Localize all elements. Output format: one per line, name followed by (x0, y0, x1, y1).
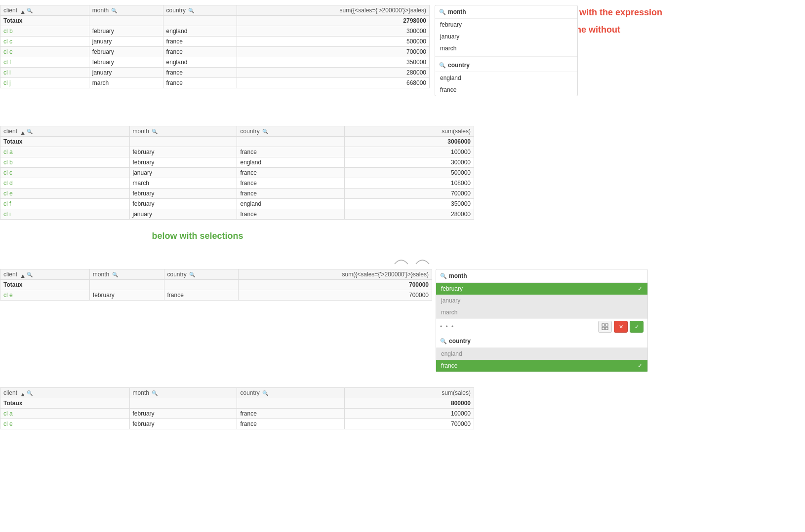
table-row: cl ijanuaryfrance280000 (0, 209, 474, 220)
cell-client: cl d (0, 178, 130, 189)
cell-value: 700000 (237, 47, 430, 57)
table1-totaux-row: Totaux 2798000 (0, 16, 430, 26)
table-row: cl dmarchfrance108000 (0, 178, 474, 189)
table1-col-value: sum({<sales={'>200000'}>}sales) (237, 5, 430, 16)
svg-rect-0 (602, 324, 604, 326)
table4-col-value: sum(sales) (345, 388, 474, 398)
cancel-selection-btn[interactable]: ✕ (614, 321, 628, 333)
cell-month: january (89, 37, 163, 47)
table3-container: client ▲ 🔍 month 🔍 country 🔍 sum({<sales… (0, 269, 432, 301)
search-icon[interactable]: 🔍 (152, 129, 158, 134)
cell-month: january (89, 68, 163, 78)
cell-country: france (237, 209, 345, 220)
table4-container: client ▲ 🔍 month 🔍 country 🔍 sum(sales) (0, 387, 474, 429)
search-icon[interactable]: 🔍 (111, 8, 117, 13)
filter-item[interactable]: france (435, 84, 577, 96)
table1-col-client[interactable]: client ▲ 🔍 (0, 5, 89, 16)
table-row: cl cjanuaryfrance500000 (0, 37, 430, 47)
search-icon[interactable]: 🔍 (27, 8, 33, 13)
filter-panel-month-1: 🔍 month februaryjanuarymarch 🔍 country e… (435, 5, 578, 96)
table1-totaux-label: Totaux (0, 16, 89, 26)
table4-totaux-row: Totaux 800000 (0, 398, 474, 409)
filter-item[interactable]: march (436, 306, 647, 318)
search-icon[interactable]: 🔍 (262, 390, 268, 396)
table-row: cl efebruaryfrance700000 (0, 47, 430, 57)
filter-item[interactable]: march (435, 42, 577, 54)
cell-client: cl c (0, 168, 130, 178)
search-icon[interactable]: 🔍 (189, 272, 195, 277)
filter3-action-bar: • • • ✕ ✓ (436, 318, 647, 335)
table1: client ▲ 🔍 month 🔍 country 🔍 sum({<sales… (0, 5, 430, 88)
filter-item[interactable]: february (436, 283, 647, 295)
cell-country: france (237, 419, 345, 429)
cell-month: february (89, 57, 163, 68)
cell-value: 350000 (237, 57, 430, 68)
sort-icon: ▲ (20, 391, 24, 396)
cell-country: france (163, 37, 237, 47)
table3-col-value: sum({<sales={'>200000'}>}sales) (239, 269, 432, 280)
filter-month3-header: 🔍 month (436, 269, 647, 283)
cell-client: cl b (0, 157, 130, 168)
table2-totaux-label: Totaux (0, 137, 130, 147)
confirm-selection-btn[interactable]: ✓ (630, 321, 644, 333)
cell-month: february (89, 26, 163, 37)
filter-item[interactable]: france (436, 360, 647, 372)
table3-col-client[interactable]: client ▲ 🔍 (0, 269, 90, 280)
cell-country: england (237, 199, 345, 209)
cell-month: march (89, 78, 163, 88)
table2-col-value: sum(sales) (345, 126, 474, 137)
table4-col-country[interactable]: country 🔍 (237, 388, 345, 398)
search-icon: 🔍 (440, 338, 447, 344)
table1-container: client ▲ 🔍 month 🔍 country 🔍 sum({<sales… (0, 5, 430, 88)
filter-item[interactable]: january (436, 295, 647, 306)
search-icon[interactable]: 🔍 (152, 390, 158, 396)
filter-item[interactable]: january (435, 31, 577, 42)
filter-panel-month-3: 🔍 month februaryjanuarymarch • • • ✕ ✓ 🔍… (436, 269, 648, 372)
table4-col-month[interactable]: month 🔍 (129, 388, 237, 398)
search-icon[interactable]: 🔍 (27, 272, 33, 277)
cell-value: 300000 (237, 26, 430, 37)
table2-col-country[interactable]: country 🔍 (237, 126, 345, 137)
search-icon[interactable]: 🔍 (27, 390, 33, 396)
table1-col-month[interactable]: month 🔍 (89, 5, 163, 16)
cell-value: 668000 (237, 78, 430, 88)
sort-icon: ▲ (20, 129, 24, 134)
cell-country: france (163, 68, 237, 78)
table4-col-client[interactable]: client ▲ 🔍 (0, 388, 130, 398)
cell-client: cl j (0, 78, 89, 88)
table2-col-month[interactable]: month 🔍 (129, 126, 237, 137)
table2-totaux-row: Totaux 3006000 (0, 137, 474, 147)
table3-col-month[interactable]: month 🔍 (89, 269, 164, 280)
cell-month: january (129, 209, 237, 220)
cell-country: france (164, 290, 239, 301)
table2-col-client[interactable]: client ▲ 🔍 (0, 126, 130, 137)
search-icon[interactable]: 🔍 (27, 129, 33, 134)
search-icon[interactable]: 🔍 (112, 272, 118, 277)
table-row: cl efebruaryfrance700000 (0, 290, 432, 301)
select-all-btn[interactable] (598, 321, 612, 333)
search-icon[interactable]: 🔍 (262, 129, 268, 134)
cell-client: cl e (0, 189, 130, 199)
cell-month: february (89, 290, 164, 301)
cell-country: france (237, 189, 345, 199)
filter-item[interactable]: england (436, 348, 647, 360)
cell-month: february (89, 47, 163, 57)
filter-item[interactable]: england (435, 72, 577, 84)
cell-value: 350000 (345, 199, 474, 209)
cell-client: cl e (0, 47, 89, 57)
cell-month: february (129, 199, 237, 209)
table-row: cl jmarchfrance668000 (0, 78, 430, 88)
table3-col-country[interactable]: country 🔍 (164, 269, 239, 280)
table-row: cl efebruaryfrance700000 (0, 419, 474, 429)
cell-value: 500000 (237, 37, 430, 47)
cell-month: february (129, 419, 237, 429)
cell-value: 700000 (345, 419, 474, 429)
table-row: cl ijanuaryfrance280000 (0, 68, 430, 78)
search-icon[interactable]: 🔍 (188, 8, 194, 13)
cell-country: france (163, 78, 237, 88)
cell-value: 700000 (239, 290, 432, 301)
below-label: below with selections (99, 231, 296, 241)
filter-item[interactable]: february (435, 19, 577, 31)
table1-col-country[interactable]: country 🔍 (163, 5, 237, 16)
filter-country3-title: country (449, 338, 471, 344)
